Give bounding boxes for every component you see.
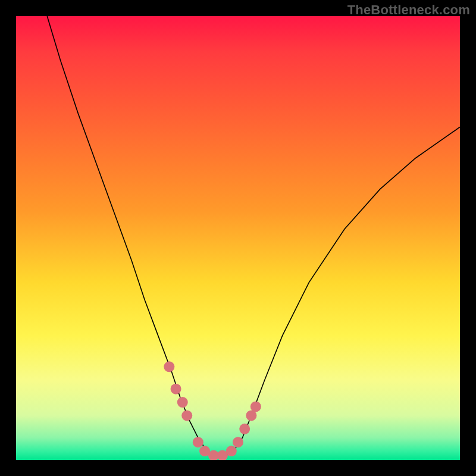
valley-marker: [250, 401, 261, 412]
valley-marker: [239, 424, 250, 434]
valley-marker: [181, 410, 192, 421]
valley-marker: [171, 384, 181, 394]
chart-frame: TheBottleneck.com: [0, 0, 476, 476]
valley-marker: [177, 397, 188, 408]
valley-marker: [164, 361, 174, 372]
chart-valley-markers: [164, 361, 261, 460]
watermark-text: TheBottleneck.com: [347, 2, 470, 18]
valley-marker: [193, 437, 203, 447]
valley-marker: [226, 446, 237, 456]
chart-svg: [16, 16, 460, 460]
chart-plot-area: [16, 16, 460, 460]
valley-marker: [233, 437, 243, 447]
chart-curve: [47, 16, 460, 456]
